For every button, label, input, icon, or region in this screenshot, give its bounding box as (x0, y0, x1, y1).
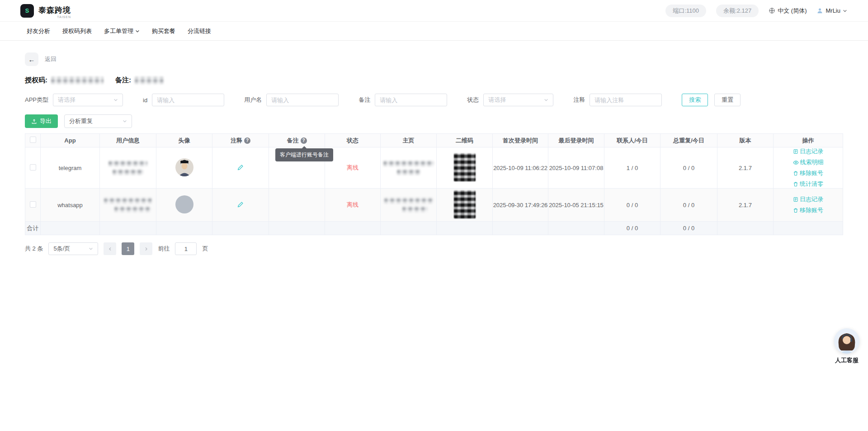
page-number-1[interactable]: 1 (122, 242, 134, 255)
balance-badge: 余额:2.127 (716, 5, 759, 17)
trash-icon (793, 171, 798, 176)
col-last-login: 最后登录时间 (548, 134, 604, 147)
nav-item-auth-codes[interactable]: 授权码列表 (62, 27, 92, 35)
auth-code-value-redacted (51, 77, 104, 84)
prev-page-button[interactable] (104, 242, 116, 255)
id-input[interactable] (152, 94, 224, 106)
remove-account-link[interactable]: 移除账号 (793, 206, 823, 214)
language-switcher[interactable]: 中文 (简体) (769, 7, 807, 15)
remark-tooltip: 客户端进行账号备注 (275, 148, 333, 161)
goto-page-input[interactable] (175, 242, 197, 255)
cell-operations: 日志记录 移除账号 (774, 189, 843, 222)
status-badge: 离线 (347, 201, 359, 208)
cell-app: telegram (41, 147, 100, 189)
table-row: whatsapp (25, 189, 843, 222)
log-record-link[interactable]: 日志记录 (793, 147, 823, 156)
page-size-select[interactable]: 5条/页 (48, 242, 98, 255)
col-qrcode: 二维码 (437, 134, 493, 147)
status-select[interactable]: 请选择 (483, 94, 553, 106)
col-first-login: 首次登录时间 (493, 134, 548, 147)
col-status: 状态 (325, 134, 381, 147)
clue-detail-link[interactable]: 线索明细 (793, 158, 824, 166)
nav-item-split-link[interactable]: 分流链接 (188, 27, 211, 35)
accounts-table: 客户端进行账号备注 App 用户信息 头像 注释? 备注? (25, 133, 843, 235)
status-label: 状态 (467, 96, 479, 104)
back-button[interactable]: ← (25, 52, 38, 66)
remark-filter-label: 备注 (359, 96, 370, 104)
col-operations: 操作 (774, 134, 843, 147)
cell-remark (269, 189, 325, 222)
nav-item-multi-ticket[interactable]: 多工单管理 (104, 27, 140, 35)
remark-label: 备注: (115, 76, 131, 85)
export-button[interactable]: 导出 (25, 114, 58, 128)
app-type-select[interactable]: 请选择 (53, 94, 123, 106)
cell-contacts-today: 1 / 0 (604, 147, 660, 189)
totals-row: 合计 0 / 0 0 / 0 (25, 222, 843, 235)
svg-text:S: S (25, 7, 29, 14)
brand-logo-icon: S (20, 4, 34, 18)
telegram-avatar-image (175, 158, 193, 176)
status-badge: 离线 (347, 164, 359, 171)
cell-first-login: 2025-10-09 11:06:22 (493, 147, 548, 189)
row-checkbox[interactable] (30, 164, 36, 171)
col-app: App (41, 134, 100, 147)
row-checkbox[interactable] (30, 201, 36, 208)
select-all-checkbox[interactable] (30, 137, 36, 143)
remove-account-link[interactable]: 移除账号 (793, 169, 823, 177)
note-label: 注释 (573, 96, 585, 104)
log-record-link[interactable]: 日志记录 (793, 195, 823, 204)
search-button[interactable]: 搜索 (682, 94, 708, 106)
auth-code-label: 授权码: (25, 76, 47, 85)
total-count: 共 2 条 (25, 245, 43, 253)
brand-logo: S 泰森跨境 TAISEN (20, 3, 71, 19)
note-help-icon[interactable]: ? (244, 137, 250, 144)
cell-repeats-today: 0 / 0 (660, 147, 717, 189)
trash-icon (793, 208, 798, 213)
nav-item-friend-analysis[interactable]: 好友分析 (27, 27, 50, 35)
chevron-down-icon (113, 98, 118, 102)
cell-avatar (156, 147, 212, 189)
page-unit-label: 页 (202, 245, 208, 253)
totals-contacts-today: 0 / 0 (604, 222, 660, 235)
col-user-info: 用户信息 (100, 134, 156, 147)
user-menu[interactable]: MrLiu (816, 7, 847, 14)
nav-item-buy-plan[interactable]: 购买套餐 (152, 27, 175, 35)
edit-note-icon[interactable] (237, 201, 244, 208)
col-homepage: 主页 (381, 134, 437, 147)
language-label: 中文 (简体) (778, 7, 807, 15)
chevron-left-icon (108, 247, 112, 251)
analyze-duplicate-select[interactable]: 分析重复 (64, 114, 132, 128)
user-icon (816, 7, 823, 14)
customer-support-widget[interactable]: 人工客服 (831, 328, 863, 365)
chevron-down-icon (123, 119, 127, 123)
back-label: 返回 (45, 55, 57, 63)
col-note: 注释? (212, 134, 269, 147)
whatsapp-avatar-image (175, 195, 193, 213)
edit-note-icon[interactable] (237, 164, 244, 171)
reset-stats-link[interactable]: 统计清零 (793, 180, 823, 188)
globe-icon (769, 7, 775, 14)
cell-last-login: 2025-10-09 11:07:08 (548, 147, 604, 189)
trash-icon (793, 181, 798, 187)
chevron-down-icon (135, 29, 140, 33)
col-contacts-today: 联系人/今日 (604, 134, 660, 147)
cell-qrcode-redacted (437, 147, 493, 189)
cell-version: 2.1.7 (717, 147, 774, 189)
eye-icon (793, 160, 799, 166)
cell-operations: 日志记录 线索明细 移除账号 (774, 147, 843, 189)
reset-button[interactable]: 重置 (714, 94, 741, 106)
cell-homepage-redacted (381, 147, 437, 189)
cell-user-info-redacted (100, 147, 156, 189)
chevron-down-icon (843, 9, 847, 13)
username-input[interactable] (266, 94, 339, 106)
log-icon (793, 197, 798, 202)
remark-help-icon[interactable]: ? (301, 137, 307, 144)
remark-input[interactable] (375, 94, 447, 106)
cell-app: whatsapp (41, 189, 100, 222)
next-page-button[interactable] (140, 242, 152, 255)
table-row: telegram (25, 147, 843, 189)
remark-value-redacted (135, 77, 164, 84)
totals-label: 合计 (25, 222, 41, 235)
note-input[interactable] (590, 94, 662, 106)
pagination: 共 2 条 5条/页 1 前往 页 (25, 242, 843, 255)
